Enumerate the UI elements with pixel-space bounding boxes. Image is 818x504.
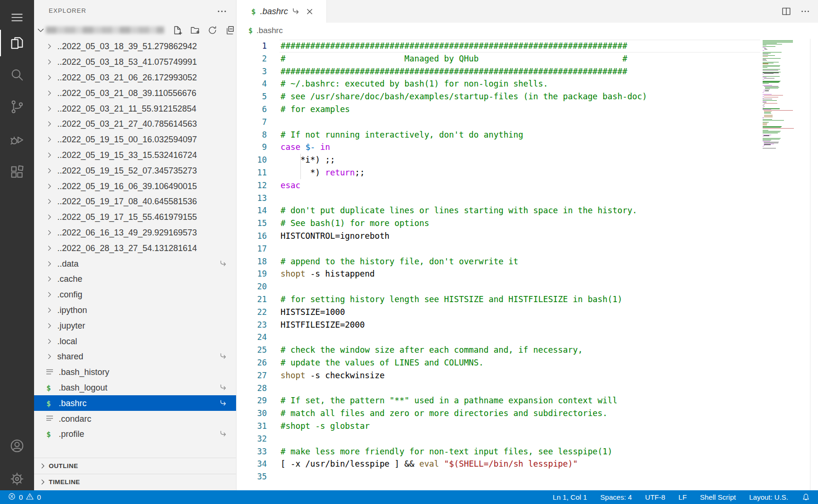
tree-item-2022-05-19-17-15-55-461979155[interactable]: ..2022_05_19_17_15_55.461979155 (34, 209, 236, 225)
tree-item-bash-logout[interactable]: $.bash_logout (34, 380, 236, 396)
tree-item-label: .cache (57, 274, 82, 284)
activity-item-explorer[interactable] (0, 27, 34, 59)
code-line (281, 433, 647, 445)
more-actions-icon[interactable] (800, 6, 810, 17)
problems-indicator[interactable]: 0 0 (8, 492, 41, 502)
split-editor-icon[interactable] (781, 6, 792, 17)
collapse-all-button[interactable] (225, 25, 235, 35)
chevron-right-icon (45, 182, 53, 190)
code-line: # See bash(1) for more options (281, 217, 647, 230)
gear-icon (9, 471, 25, 487)
line-number: 24 (237, 331, 267, 344)
new-folder-button[interactable] (190, 25, 200, 35)
sidebar-more-actions-button[interactable] (216, 6, 228, 17)
chevron-right-icon (45, 337, 53, 345)
activity-item-source-control[interactable] (0, 91, 34, 122)
code-line: # check the window size after each comma… (281, 344, 647, 356)
code-line: HISTFILESIZE=2000 (281, 319, 647, 331)
tree-item-bash-history[interactable]: .bash_history (34, 365, 236, 380)
tree-item-2022-05-03-21-08-39-110556676[interactable]: ..2022_05_03_21_08_39.110556676 (34, 85, 236, 101)
tree-item-condarc[interactable]: .condarc (34, 411, 236, 426)
line-number: 14 (237, 204, 267, 217)
status-item-utf-8[interactable]: UTF-8 (645, 493, 666, 501)
tree-item-data[interactable]: ..data (34, 256, 236, 271)
tree-item-ipython[interactable]: .ipython (34, 303, 236, 318)
activity-item-account[interactable] (0, 430, 34, 461)
tree-item-2022-05-19-15-00-16-032594097[interactable]: ..2022_05_19_15_00_16.032594097 (34, 132, 236, 148)
line-number: 31 (237, 420, 267, 433)
editor-actions (781, 0, 810, 23)
tree-item-2022-05-03-21-06-26-172993052[interactable]: ..2022_05_03_21_06_26.172993052 (34, 70, 236, 86)
tree-item-2022-05-19-16-06-39-106490015[interactable]: ..2022_05_19_16_06_39.106490015 (34, 178, 236, 194)
code-line: case $- in (281, 141, 647, 154)
code-line: [ -x /usr/bin/lesspipe ] && eval "$(SHEL… (281, 458, 647, 470)
status-right: Ln 1, Col 1Spaces: 4UTF-8LFShell ScriptL… (553, 493, 810, 502)
line-number: 4 (237, 78, 267, 90)
tree-item-2022-05-03-18-39-51-279862942[interactable]: ..2022_05_03_18_39_51.279862942 (34, 39, 236, 54)
symlink-arrow-icon (219, 260, 228, 268)
tree-item-label: .bash_logout (59, 382, 107, 392)
line-number: 21 (237, 293, 267, 306)
line-number: 16 (237, 230, 267, 243)
tree-item-bashrc[interactable]: $.bashrc (34, 395, 236, 411)
line-number: 8 (237, 129, 267, 141)
chevron-right-icon (45, 104, 53, 113)
code-line: # don't put duplicate lines or lines sta… (281, 204, 647, 217)
code-line (281, 192, 647, 205)
status-bar: 0 0 Ln 1, Col 1Spaces: 4UTF-8LFShell Scr… (0, 490, 818, 504)
line-number: 1 (237, 40, 267, 52)
line-number: 30 (237, 407, 267, 420)
tree-item-cache[interactable]: .cache (34, 271, 236, 287)
breadcrumb-item[interactable]: .bashrc (256, 26, 283, 35)
tree-item-profile[interactable]: $.profile (34, 426, 236, 442)
activity-item-search[interactable] (0, 59, 34, 90)
explorer-sidebar: EXPLORER ..2022_05_03_18_39_51.279862942… (34, 0, 237, 490)
tab-close-icon[interactable] (305, 7, 314, 16)
tree-item-2022-05-03-18-53-41-075749991[interactable]: ..2022_05_03_18_53_41.075749991 (34, 54, 236, 70)
code-line: shopt -s checkwinsize (281, 369, 647, 382)
bell-icon[interactable] (801, 493, 810, 502)
status-item-shell-script[interactable]: Shell Script (700, 493, 736, 501)
errors-icon (8, 492, 16, 502)
code-line: # for examples (281, 103, 647, 116)
panel-header-timeline[interactable]: TIMELINE (34, 474, 236, 490)
code-editor[interactable]: 1234567891011121314151617181920212223242… (237, 39, 818, 490)
tree-item-2022-05-03-21-11-55-912152854[interactable]: ..2022_05_03_21_11_55.912152854 (34, 101, 236, 116)
new-file-button[interactable] (172, 25, 183, 35)
tree-item-shared[interactable]: shared (34, 349, 236, 365)
chevron-right-icon (45, 244, 53, 252)
tree-item-2022-05-19-17-08-40-645581536[interactable]: ..2022_05_19_17_08_40.645581536 (34, 194, 236, 209)
chevron-right-icon (45, 306, 53, 314)
tree-item-label: .bashrc (59, 398, 87, 408)
status-item-ln-1-col-1[interactable]: Ln 1, Col 1 (553, 493, 587, 501)
workspace-section-header[interactable] (34, 22, 236, 39)
tree-item-2022-05-19-15-33-15-532416724[interactable]: ..2022_05_19_15_33_15.532416724 (34, 148, 236, 163)
code-line: # see /usr/share/doc/bash/examples/start… (281, 90, 647, 103)
tree-item-2022-05-03-21-27-40-785614563[interactable]: ..2022_05_03_21_27_40.785614563 (34, 116, 236, 132)
panel-header-outline[interactable]: OUTLINE (34, 458, 236, 474)
tree-item-config[interactable]: .config (34, 287, 236, 303)
line-number: 17 (237, 243, 267, 255)
tree-item-2022-06-16-13-49-29-929169573[interactable]: ..2022_06_16_13_49_29.929169573 (34, 225, 236, 241)
refresh-button[interactable] (207, 25, 218, 35)
status-item-spaces-4[interactable]: Spaces: 4 (600, 493, 632, 501)
warnings-icon (26, 492, 34, 502)
tree-item-2022-06-28-13-27-54-131281614[interactable]: ..2022_06_28_13_27_54.131281614 (34, 240, 236, 256)
status-item-lf[interactable]: LF (678, 493, 687, 501)
chevron-right-icon (45, 291, 53, 299)
tree-item-label: ..2022_05_03_21_08_39.110556676 (57, 88, 196, 98)
activity-item-extensions[interactable] (0, 156, 34, 188)
line-number: 12 (237, 179, 267, 192)
code-lines: ########################################… (281, 40, 647, 483)
tree-item-local[interactable]: .local (34, 333, 236, 349)
line-number: 6 (237, 103, 267, 116)
code-line: ########################################… (281, 65, 647, 78)
code-line: # make less more friendly for non-text i… (281, 445, 647, 458)
status-item-layout-u-s[interactable]: Layout: U.S. (749, 493, 788, 501)
activity-item-run-debug[interactable] (0, 124, 34, 156)
minimap[interactable] (763, 40, 800, 150)
tree-item-2022-05-19-15-52-07-345735273[interactable]: ..2022_05_19_15_52_07.345735273 (34, 163, 236, 178)
tree-item-label: ..2022_05_19_16_06_39.106490015 (57, 181, 197, 191)
tree-item-jupyter[interactable]: .jupyter (34, 318, 236, 333)
tab-bashrc[interactable]: $ .bashrc (237, 0, 327, 23)
